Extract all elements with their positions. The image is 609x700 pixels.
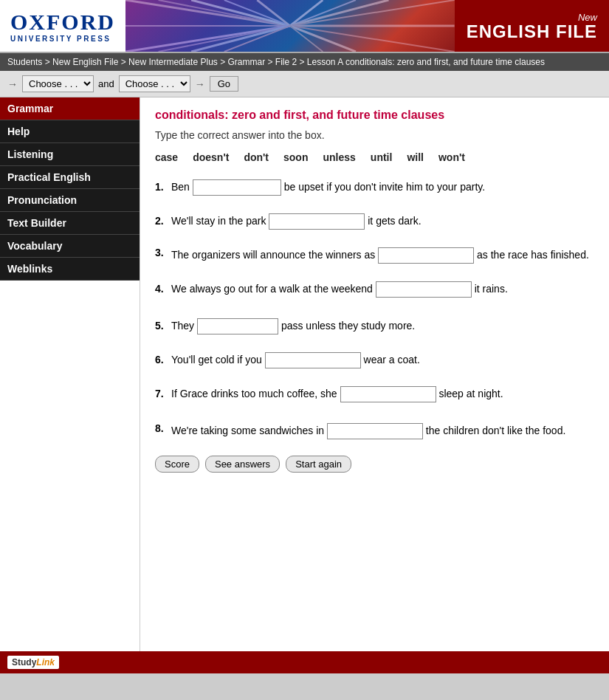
question-4: 4. We always go out for a walk at the we… <box>155 278 594 299</box>
sidebar-practical-english-label: Practical English <box>7 171 91 183</box>
sidebar-item-text-builder[interactable]: Text Builder <box>0 212 140 235</box>
q5-input[interactable] <box>197 318 278 334</box>
svg-line-9 <box>224 26 290 52</box>
question-6: 6. You'll get cold if you wear a coat. <box>155 349 594 370</box>
q2-text: We'll stay in the park it gets dark. <box>171 210 422 231</box>
sidebar-vocabulary-label: Vocabulary <box>7 240 62 252</box>
go-button[interactable]: Go <box>210 76 238 92</box>
nav-bar: → Choose . . . and Choose . . . → Go <box>0 71 609 97</box>
word-dont: don't <box>244 151 269 163</box>
svg-line-7 <box>159 26 290 52</box>
word-case: case <box>155 151 178 163</box>
question-3: 3. The organizers will announce the winn… <box>155 244 594 265</box>
q3-input[interactable] <box>378 247 474 264</box>
ef-logo: New ENGLISH FILE <box>455 0 609 52</box>
q6-text: You'll get cold if you wear a coat. <box>171 349 420 370</box>
q8-num: 8. <box>155 420 171 434</box>
sidebar-listening-label: Listening <box>7 148 53 160</box>
sidebar-help-label: Help <box>7 126 30 137</box>
study-link-badge: StudyLink <box>7 656 59 669</box>
q8-text: We're taking some sandwiches in the chil… <box>171 420 565 441</box>
svg-line-16 <box>290 26 356 52</box>
q3-text: The organizers will announce the winners… <box>171 244 589 265</box>
word-wont: won't <box>438 151 465 163</box>
word-until: until <box>371 151 393 163</box>
svg-line-11 <box>290 0 356 26</box>
nav-arrow-right: → <box>195 78 205 90</box>
q4-input[interactable] <box>376 281 472 298</box>
footer: StudyLink <box>0 651 609 673</box>
svg-line-15 <box>290 26 455 52</box>
q7-text: If Grace drinks too much coffee, she sle… <box>171 383 503 404</box>
q6-num: 6. <box>155 354 171 366</box>
q6-input[interactable] <box>265 352 361 368</box>
q5-num: 5. <box>155 320 171 332</box>
q4-num: 4. <box>155 283 171 295</box>
word-bank: case doesn't don't soon unless until wil… <box>155 151 594 163</box>
action-buttons: Score See answers Start again <box>155 456 594 473</box>
question-7: 7. If Grace drinks too much coffee, she … <box>155 383 594 404</box>
word-doesnt: doesn't <box>193 151 229 163</box>
link-text: Link <box>36 657 55 668</box>
breadcrumb: Students > New English File > New Interm… <box>0 53 609 71</box>
q1-num: 1. <box>155 181 171 193</box>
q1-text: Ben be upset if you don't invite him to … <box>171 176 485 197</box>
oxford-text: OXFORD <box>10 10 115 35</box>
breadcrumb-text: Students > New English File > New Interm… <box>7 57 545 67</box>
word-will: will <box>407 151 424 163</box>
oxford-logo: OXFORD UNIVERSITY PRESS <box>0 0 125 52</box>
question-5: 5. They pass unless they study more. <box>155 315 594 336</box>
page-header: OXFORD UNIVERSITY PRESS New ENGLISH <box>0 0 609 53</box>
sidebar-item-pronunciation[interactable]: Pronunciation <box>0 189 140 212</box>
svg-line-3 <box>224 0 290 26</box>
start-again-button[interactable]: Start again <box>286 456 351 473</box>
question-2: 2. We'll stay in the park it gets dark. <box>155 210 594 231</box>
header-graphic <box>125 0 455 52</box>
sidebar-item-help[interactable]: Help <box>0 120 140 143</box>
main-layout: Grammar Help Listening Practical English… <box>0 97 609 651</box>
sidebar-item-practical-english[interactable]: Practical English <box>0 166 140 189</box>
nav-choose-1[interactable]: Choose . . . <box>22 75 94 92</box>
sidebar-item-grammar[interactable]: Grammar <box>0 97 140 120</box>
q7-num: 7. <box>155 388 171 399</box>
word-unless: unless <box>323 151 355 163</box>
q1-input[interactable] <box>193 179 281 196</box>
q7-input[interactable] <box>340 386 436 402</box>
sidebar-pronunciation-label: Pronunciation <box>7 194 77 206</box>
sidebar-weblinks-label: Weblinks <box>7 263 52 275</box>
press-text: UNIVERSITY PRESS <box>10 35 115 43</box>
score-button[interactable]: Score <box>155 456 199 473</box>
q4-text: We always go out for a walk at the weeke… <box>171 278 508 299</box>
nav-arrow-left: → <box>7 78 18 90</box>
q5-text: They pass unless they study more. <box>171 315 415 336</box>
svg-line-1 <box>159 0 290 26</box>
sidebar: Grammar Help Listening Practical English… <box>0 97 140 651</box>
content-area: conditionals: zero and first, and future… <box>140 97 609 651</box>
sidebar-text-builder-label: Text Builder <box>7 217 66 229</box>
sidebar-item-weblinks[interactable]: Weblinks <box>0 258 140 281</box>
q3-num: 3. <box>155 244 171 258</box>
q2-num: 2. <box>155 215 171 227</box>
ef-title-text: ENGLISH FILE <box>467 23 597 41</box>
q8-input[interactable] <box>327 423 423 439</box>
q2-input[interactable] <box>269 213 365 230</box>
sidebar-item-vocabulary[interactable]: Vocabulary <box>0 235 140 258</box>
word-soon: soon <box>283 151 308 163</box>
see-answers-button[interactable]: See answers <box>205 456 280 473</box>
exercise-title: conditionals: zero and first, and future… <box>155 109 594 122</box>
question-1: 1. Ben be upset if you don't invite him … <box>155 176 594 197</box>
study-text: Study <box>12 657 36 668</box>
instructions: Type the correct answer into the box. <box>155 129 594 141</box>
sidebar-item-listening[interactable]: Listening <box>0 143 140 166</box>
nav-and: and <box>98 78 114 89</box>
question-8: 8. We're taking some sandwiches in the c… <box>155 420 594 441</box>
nav-choose-2[interactable]: Choose . . . <box>119 75 190 92</box>
sidebar-grammar-label: Grammar <box>7 103 53 114</box>
